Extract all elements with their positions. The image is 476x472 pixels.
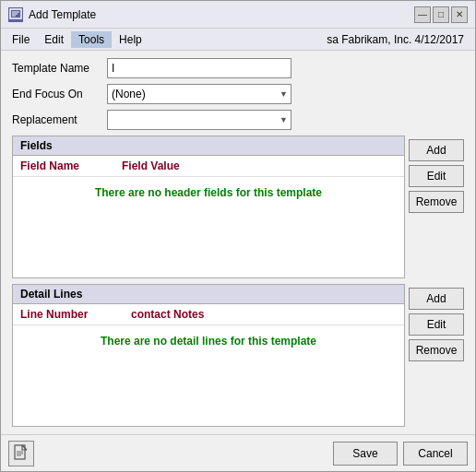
close-button[interactable]: ✕: [451, 6, 468, 23]
sections-container: Fields Field Name Field Value There are …: [12, 136, 464, 427]
fields-section-with-buttons: Fields Field Name Field Value There are …: [12, 136, 464, 278]
replacement-label: Replacement: [12, 113, 100, 126]
app-icon: [8, 7, 23, 22]
svg-rect-4: [15, 445, 25, 459]
end-focus-select-wrapper: (None): [107, 84, 292, 104]
menu-tools[interactable]: Tools: [71, 31, 112, 48]
fields-section: Fields Field Name Field Value There are …: [12, 136, 464, 278]
fields-empty-message: There are no header fields for this temp…: [13, 177, 404, 208]
minimize-button[interactable]: —: [414, 6, 431, 23]
detail-remove-button[interactable]: Remove: [409, 339, 464, 361]
replacement-select[interactable]: [107, 110, 292, 130]
detail-section-with-buttons: Detail Lines Line Number contact Notes T…: [12, 284, 464, 427]
detail-btn-column: Add Edit Remove: [409, 284, 464, 427]
title-bar: Add Template — □ ✕: [1, 1, 475, 29]
fields-table-header: Field Name Field Value: [13, 156, 404, 177]
fields-edit-button[interactable]: Edit: [409, 165, 464, 187]
detail-col-header-1: Line Number: [20, 308, 131, 321]
bottom-buttons: Save Cancel: [333, 442, 468, 466]
detail-header: Detail Lines: [13, 285, 404, 304]
detail-table-header: Line Number contact Notes: [13, 304, 404, 325]
fields-header: Fields: [13, 136, 404, 156]
fields-add-button[interactable]: Add: [409, 139, 464, 161]
detail-section: Detail Lines Line Number contact Notes T…: [12, 284, 464, 427]
fields-col-header-1: Field Name: [20, 159, 122, 172]
replacement-select-wrapper: [107, 110, 292, 130]
template-name-label: Template Name: [12, 62, 100, 75]
end-focus-row: End Focus On (None): [12, 84, 464, 104]
menu-bar: File Edit Tools Help sa Fabrikam, Inc. 4…: [1, 29, 475, 51]
replacement-row: Replacement: [12, 110, 464, 130]
menu-file[interactable]: File: [5, 31, 37, 48]
detail-col-header-2: contact Notes: [131, 308, 397, 321]
menu-edit[interactable]: Edit: [37, 31, 71, 48]
user-info: sa Fabrikam, Inc. 4/12/2017: [327, 33, 471, 46]
cancel-button[interactable]: Cancel: [403, 442, 468, 466]
detail-edit-button[interactable]: Edit: [409, 313, 464, 336]
detail-panel: Detail Lines Line Number contact Notes T…: [12, 284, 405, 427]
main-window: Add Template — □ ✕ File Edit Tools Help …: [0, 0, 476, 472]
save-button[interactable]: Save: [333, 442, 398, 466]
detail-add-button[interactable]: Add: [409, 288, 464, 310]
doc-icon[interactable]: [8, 441, 34, 466]
menu-help[interactable]: Help: [112, 31, 149, 48]
fields-col-header-2: Field Value: [122, 159, 397, 172]
maximize-button[interactable]: □: [433, 6, 449, 23]
fields-btn-column: Add Edit Remove: [409, 136, 464, 278]
template-name-row: Template Name: [12, 58, 464, 78]
window-title: Add Template: [29, 8, 414, 21]
fields-panel: Fields Field Name Field Value There are …: [12, 136, 405, 278]
end-focus-select[interactable]: (None): [107, 84, 292, 104]
content-area: Template Name End Focus On (None) Replac…: [1, 51, 475, 434]
bottom-bar: Save Cancel: [1, 434, 475, 471]
fields-remove-button[interactable]: Remove: [409, 191, 464, 213]
template-name-input[interactable]: [107, 58, 292, 78]
window-controls: — □ ✕: [414, 6, 468, 23]
detail-empty-message: There are no detail lines for this templ…: [13, 325, 404, 357]
end-focus-label: End Focus On: [12, 88, 100, 100]
